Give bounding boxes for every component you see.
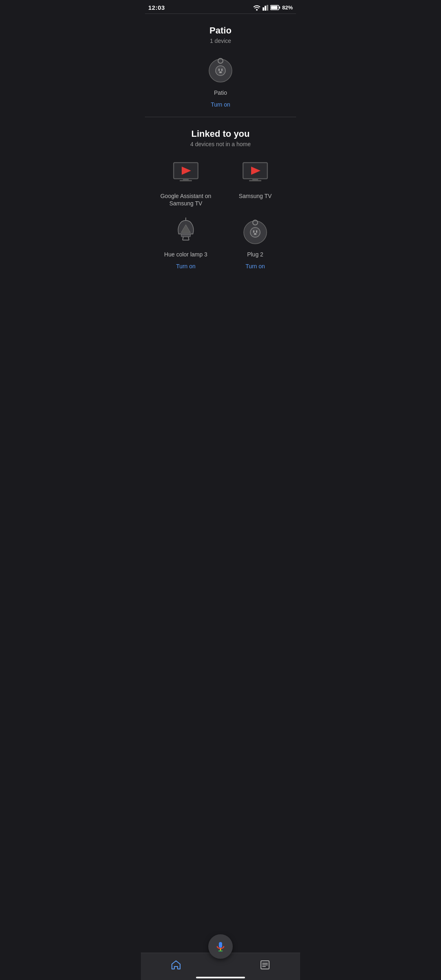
svg-rect-11: [221, 69, 223, 71]
svg-rect-10: [218, 69, 220, 71]
patio-device-container: Patio Turn on: [149, 54, 292, 109]
patio-subtitle: 1 device: [149, 38, 292, 44]
device-card-plug2: Plug 2 Turn on: [223, 216, 288, 270]
svg-rect-12: [219, 71, 222, 73]
plug2-icon: [240, 216, 271, 247]
status-time: 12:03: [148, 4, 165, 11]
patio-device-name: Patio: [214, 89, 227, 96]
svg-line-26: [188, 237, 189, 240]
battery-percent: 82%: [282, 4, 293, 11]
svg-rect-33: [256, 230, 257, 233]
battery-icon: [270, 5, 280, 10]
patio-title: Patio: [149, 25, 292, 36]
svg-rect-6: [279, 7, 280, 9]
ga-samsung-name: Google Assistant on Samsung TV: [153, 192, 218, 207]
svg-rect-21: [252, 179, 258, 180]
svg-point-31: [250, 227, 260, 237]
linked-subtitle: 4 devices not in a home: [149, 141, 292, 147]
status-right: 82%: [253, 4, 293, 11]
patio-turn-on-button[interactable]: Turn on: [211, 100, 230, 109]
svg-line-25: [183, 237, 183, 240]
svg-rect-17: [180, 180, 192, 181]
svg-rect-16: [183, 179, 189, 180]
status-bar: 12:03 82%: [141, 0, 300, 13]
device-card-samsung-tv: Samsung TV: [223, 157, 288, 207]
signal-icon: [263, 5, 268, 11]
svg-rect-22: [249, 180, 261, 181]
hue-lamp-name: Hue color lamp 3: [164, 251, 207, 258]
hue-lamp-icon: [170, 216, 201, 247]
wifi-icon: [253, 5, 261, 11]
svg-rect-5: [271, 6, 277, 9]
ga-samsung-icon: [170, 157, 201, 188]
linked-section: Linked to you 4 devices not in a home Go…: [141, 117, 300, 278]
svg-marker-2: [265, 6, 266, 11]
device-card-hue-lamp: Hue color lamp 3 Turn on: [153, 216, 218, 270]
svg-rect-34: [254, 233, 256, 235]
svg-rect-32: [253, 230, 254, 233]
svg-point-0: [256, 9, 258, 11]
svg-marker-1: [263, 7, 264, 11]
svg-marker-3: [267, 5, 268, 11]
plug2-name: Plug 2: [247, 251, 263, 258]
linked-device-grid: Google Assistant on Samsung TV Samsung T…: [149, 157, 292, 270]
plug2-turn-on-button[interactable]: Turn on: [245, 262, 265, 270]
device-card-ga-samsung: Google Assistant on Samsung TV: [153, 157, 218, 207]
svg-point-9: [216, 66, 225, 76]
hue-lamp-turn-on-button[interactable]: Turn on: [176, 262, 196, 270]
samsung-tv-icon: [240, 157, 271, 188]
samsung-tv-name: Samsung TV: [239, 192, 272, 200]
linked-title: Linked to you: [149, 129, 292, 139]
svg-rect-24: [181, 234, 191, 237]
patio-section: Patio 1 device Patio Turn on: [141, 14, 300, 117]
patio-device-card: Patio Turn on: [205, 54, 236, 109]
patio-device-icon: [205, 54, 236, 85]
